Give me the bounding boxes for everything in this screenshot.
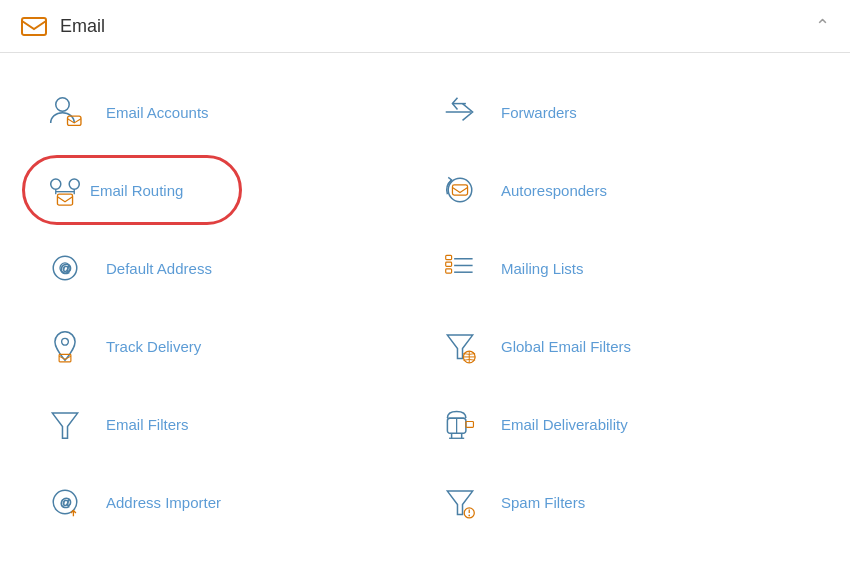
default-address-item[interactable]: @ Default Address — [30, 229, 425, 307]
address-importer-label: Address Importer — [106, 494, 221, 511]
email-deliverability-label: Email Deliverability — [501, 416, 628, 433]
svg-point-11 — [448, 178, 472, 202]
email-filters-item[interactable]: Email Filters — [30, 385, 425, 463]
email-section-header[interactable]: Email ⌃ — [0, 0, 850, 53]
encryption-item[interactable]: Encryption — [30, 541, 425, 566]
global-email-filters-icon — [435, 321, 485, 371]
svg-point-36 — [464, 508, 474, 518]
autoresponders-label: Autoresponders — [501, 182, 607, 199]
svg-rect-32 — [466, 421, 474, 427]
email-routing-item[interactable]: Email Routing — [30, 151, 425, 229]
email-deliverability-icon — [435, 399, 485, 449]
svg-text:@: @ — [60, 261, 72, 274]
spam-filters-icon — [435, 477, 485, 527]
track-delivery-label: Track Delivery — [106, 338, 201, 355]
email-deliverability-item[interactable]: Email Deliverability — [425, 385, 820, 463]
mailing-lists-icon — [435, 243, 485, 293]
global-email-filters-item[interactable]: Global Email Filters — [425, 307, 820, 385]
svg-rect-12 — [452, 185, 467, 195]
email-routing-label: Email Routing — [90, 182, 183, 199]
features-grid: Email Accounts Forwarders — [0, 53, 850, 566]
svg-point-1 — [56, 98, 69, 111]
collapse-icon[interactable]: ⌃ — [815, 15, 830, 37]
email-disk-usage-item[interactable]: Email Disk Usage — [425, 541, 820, 566]
forwarders-icon — [435, 87, 485, 137]
svg-point-38 — [468, 515, 470, 517]
email-header-icon — [20, 12, 48, 40]
svg-point-5 — [51, 179, 61, 189]
encryption-icon — [40, 555, 90, 566]
default-address-label: Default Address — [106, 260, 212, 277]
svg-rect-20 — [446, 262, 452, 266]
email-filters-label: Email Filters — [106, 416, 189, 433]
svg-rect-21 — [446, 269, 452, 273]
address-importer-item[interactable]: @ Address Importer — [30, 463, 425, 541]
email-filters-icon — [40, 399, 90, 449]
spam-filters-item[interactable]: Spam Filters — [425, 463, 820, 541]
header-left: Email — [20, 12, 105, 40]
email-disk-usage-icon — [435, 555, 485, 566]
email-accounts-icon — [40, 87, 90, 137]
track-delivery-item[interactable]: Track Delivery — [30, 307, 425, 385]
spam-filters-label: Spam Filters — [501, 494, 585, 511]
track-delivery-icon — [40, 321, 90, 371]
svg-point-22 — [62, 338, 69, 345]
svg-point-6 — [69, 179, 79, 189]
address-importer-icon: @ — [40, 477, 90, 527]
svg-rect-0 — [22, 18, 46, 35]
svg-rect-19 — [446, 255, 452, 259]
default-address-icon: @ — [40, 243, 90, 293]
mailing-lists-item[interactable]: Mailing Lists — [425, 229, 820, 307]
mailing-lists-label: Mailing Lists — [501, 260, 584, 277]
section-title: Email — [60, 16, 105, 37]
global-email-filters-label: Global Email Filters — [501, 338, 631, 355]
forwarders-item[interactable]: Forwarders — [425, 73, 820, 151]
svg-rect-7 — [57, 194, 72, 205]
autoresponders-icon — [435, 165, 485, 215]
svg-text:@: @ — [60, 495, 72, 508]
email-accounts-item[interactable]: Email Accounts — [30, 73, 425, 151]
forwarders-label: Forwarders — [501, 104, 577, 121]
email-routing-icon — [40, 165, 90, 215]
autoresponders-item[interactable]: Autoresponders — [425, 151, 820, 229]
email-accounts-label: Email Accounts — [106, 104, 209, 121]
